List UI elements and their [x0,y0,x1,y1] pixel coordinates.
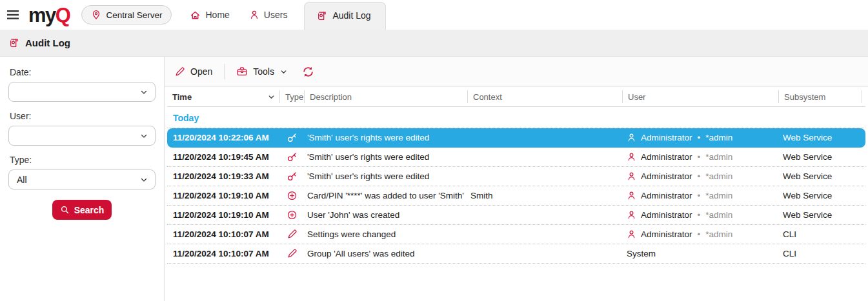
chevron-down-icon [139,175,148,184]
column-header-time[interactable]: Time [167,90,279,103]
type-filter-value: All [17,175,27,185]
sort-menu-chevron-icon[interactable] [267,93,276,101]
row-subsystem: Web Service [778,133,862,142]
row-time: 11/20/2024 10:19:10 AM [167,210,279,220]
user-icon [627,152,636,162]
row-user-name: Administrator [641,229,692,239]
location-pin-icon [91,10,101,20]
user-separator: • [698,171,701,181]
column-header-type[interactable]: Type [279,90,304,103]
table-header: Time Type Description Context User Subsy… [167,87,865,107]
key-icon [287,171,298,182]
audit-log-icon [316,10,327,21]
row-context: Smith [467,191,622,200]
table-row[interactable]: 11/20/2024 10:10:07 AM Group 'All users'… [167,244,865,264]
row-subsystem: Web Service [778,210,862,220]
row-time: 11/20/2024 10:10:07 AM [167,229,279,239]
refresh-icon [302,66,314,78]
table-row[interactable]: 11/20/2024 10:19:10 AM User 'John' was c… [167,206,865,225]
toolbar: Open Tools [165,57,868,87]
row-type [279,190,304,201]
search-button-label: Search [74,205,105,215]
row-user: Administrator • *admin [622,191,778,200]
table-row[interactable]: 11/20/2024 10:10:07 AM Settings were cha… [167,225,865,244]
row-description: Group 'All users' was edited [304,249,467,258]
row-user: Administrator • *admin [622,210,778,220]
row-subsystem: CLI [778,229,862,239]
add-circle-icon [287,209,298,220]
search-button[interactable]: Search [52,200,112,220]
user-filter-select[interactable] [8,126,156,146]
row-user: Administrator • *admin [622,171,778,181]
row-user: Administrator • *admin [622,229,778,239]
toolbar-divider [224,64,225,79]
open-button[interactable]: Open [172,64,215,80]
tab-audit-log[interactable]: Audit Log [304,2,385,30]
row-description: Card/PIN '****' was added to user 'Smith… [304,191,467,200]
table-row[interactable]: 11/20/2024 10:19:45 AM 'Smith' user's ri… [167,148,865,167]
column-header-context-label: Context [473,92,502,102]
date-filter-select[interactable] [8,82,156,102]
column-header-user-label: User [628,92,645,102]
chevron-down-icon [139,131,148,141]
row-time: 11/20/2024 10:19:33 AM [167,171,279,181]
tab-audit-log-label: Audit Log [332,10,370,21]
row-user-detail: *admin [705,191,732,200]
column-header-subsystem[interactable]: Subsystem [778,90,862,103]
row-user: Administrator • *admin [622,152,778,162]
row-time: 11/20/2024 10:19:45 AM [167,152,279,162]
edit-pencil-icon [287,229,298,240]
logo-text-q: Q [56,5,70,25]
user-filter-label: User: [10,111,156,121]
row-user-name: System [627,249,656,258]
user-separator: • [698,191,701,200]
chevron-down-icon [139,88,148,97]
table-row[interactable]: 11/20/2024 10:19:10 AM Card/PIN '****' w… [167,186,865,206]
logo-text-my: my [28,5,56,25]
user-icon [627,191,636,200]
row-user-detail: *admin [705,210,732,220]
toolbox-icon [236,66,248,77]
menu-icon[interactable] [5,7,21,23]
row-type [279,171,304,182]
column-header-context[interactable]: Context [467,90,622,103]
table-row[interactable]: 11/20/2024 10:19:33 AM 'Smith' user's ri… [167,167,865,186]
nav-users[interactable]: Users [248,6,289,24]
column-header-subsystem-label: Subsystem [784,92,825,102]
row-type [279,248,304,259]
row-description: 'Smith' user's rights were edited [304,152,467,162]
user-icon [627,133,636,142]
row-user-detail: *admin [705,133,732,142]
myq-logo[interactable]: myQ [28,0,70,30]
chevron-down-icon [279,68,288,76]
column-header-user[interactable]: User [622,90,778,103]
nav-users-label: Users [264,10,288,20]
edit-pencil-icon [287,248,298,259]
nav-home-label: Home [205,10,229,20]
users-icon [249,10,259,20]
row-user: Administrator • *admin [622,133,778,142]
row-user-name: Administrator [641,171,692,181]
add-circle-icon [287,190,298,201]
server-label: Central Server [106,10,162,20]
server-selector-button[interactable]: Central Server [81,5,172,24]
column-header-description-label: Description [310,92,352,102]
type-filter-label: Type: [10,155,156,165]
row-subsystem: CLI [778,249,862,258]
user-separator: • [698,229,701,239]
nav-home[interactable]: Home [188,6,230,24]
row-user: System • [622,249,778,258]
row-subsystem: Web Service [778,191,862,200]
table-row[interactable]: 11/20/2024 10:22:06 AM 'Smith' user's ri… [167,128,865,148]
column-header-description[interactable]: Description [304,90,467,103]
home-icon [190,10,201,21]
user-icon [627,229,636,239]
refresh-button[interactable] [299,63,317,81]
row-time: 11/20/2024 10:19:10 AM [167,191,279,200]
tools-menu-button[interactable]: Tools [234,63,290,80]
row-subsystem: Web Service [778,171,862,181]
row-type [279,132,304,143]
type-filter-select[interactable]: All [8,170,156,189]
column-header-time-label: Time [172,92,192,102]
row-description: 'Smith' user's rights were edited [304,171,467,181]
